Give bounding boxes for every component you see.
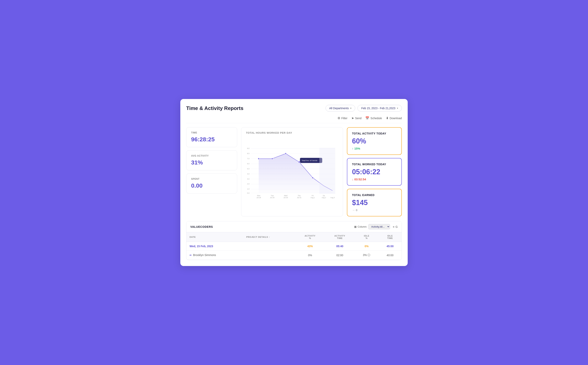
svg-text:9.0: 9.0 (247, 147, 249, 149)
svg-text:8.0: 8.0 (247, 153, 249, 154)
stat-card-time: TIME 96:28:25 (186, 127, 237, 147)
svg-text:Wed: Wed (284, 195, 287, 197)
svg-text:Sa: Sa (323, 195, 325, 197)
table-header-row: DATE PROJECT DETAILS ↑ ACTIVITY% ACTIVIT… (186, 232, 402, 242)
total-earned-card: TOTAL EARNED $145 → 0 (347, 189, 402, 216)
svg-text:Fri: Fri (312, 195, 314, 197)
activity-table: DATE PROJECT DETAILS ↑ ACTIVITY% ACTIVIT… (186, 232, 402, 260)
table-row-date: Wed, 15 Feb, 2023 43% 05:40 0% 45:00 (186, 242, 402, 251)
svg-text:Tue: Tue (271, 195, 274, 197)
header-controls: All Departments ▾ Feb 15, 2023 - Feb 21,… (326, 105, 402, 112)
sub-idle-pct: 3% ⓘ (355, 251, 379, 260)
chart-title: TOTAL HOURS WORKED PER DAY (246, 131, 338, 134)
total-worked-change: ↓ 03:52:54 (352, 178, 397, 181)
svg-text:Total hrs: 67:54:00: Total hrs: 67:54:00 (302, 159, 317, 161)
main-card: Time & Activity Reports All Departments … (180, 99, 408, 266)
stat-time-value: 96:28:25 (191, 136, 232, 143)
stat-spent-value: 0.00 (191, 182, 232, 189)
total-worked-title: TOTAL WORKED TODAY (352, 163, 397, 166)
activity-pct-cell: 43% (295, 242, 325, 251)
svg-text:6.0: 6.0 (247, 163, 249, 165)
group-button[interactable]: ≡ G (393, 225, 398, 228)
table-controls: ▦ Column: Activity,Idl... ≡ G (354, 224, 398, 229)
date-cell: Wed, 15 Feb, 2023 (186, 242, 243, 251)
col-date: DATE (186, 232, 243, 242)
filter-button[interactable]: ⚙ Filter (337, 116, 348, 120)
col-project: PROJECT DETAILS ↑ (243, 232, 295, 242)
stat-spent-label: SPENT (191, 178, 232, 180)
sub-project-cell (243, 251, 295, 260)
svg-text:Aug 3: Aug 3 (330, 197, 335, 199)
total-activity-value: 60% (352, 137, 397, 145)
table-row-sub: Brooklyn Simmons 0% 02:00 3% ⓘ 40:00 (186, 251, 402, 260)
schedule-button[interactable]: 📅 Schedule (365, 116, 382, 120)
project-cell (243, 242, 295, 251)
stat-card-spent: SPENT 0.00 (186, 174, 237, 193)
department-dropdown[interactable]: All Departments ▾ (326, 105, 355, 112)
col-activity-pct: ACTIVITY% (295, 232, 325, 242)
total-activity-title: TOTAL ACTIVITY TODAY (352, 132, 397, 135)
svg-point-23 (298, 161, 300, 163)
total-worked-value: 05:06:22 (352, 168, 397, 176)
idle-pct-cell: 0% (355, 242, 379, 251)
send-icon: ➤ (351, 116, 354, 120)
chevron-down-icon: ▾ (397, 107, 398, 110)
stat-avg-value: 31% (191, 159, 232, 166)
line-chart-svg: 9.0 8.0 7.0 6.0 5.0 4.0 3.0 2.0 1.0 0.0 (246, 137, 338, 204)
svg-point-22 (285, 153, 287, 154)
sub-activity-pct: 0% (295, 251, 325, 260)
idle-time-cell: 45:00 (378, 242, 402, 251)
toolbar: ⚙ Filter ➤ Send 📅 Schedule ⬇ Download (186, 116, 402, 123)
table-header-bar: VALUECODERS ▦ Column: Activity,Idl... ≡ … (186, 221, 402, 232)
download-icon: ⬇ (386, 116, 388, 120)
stat-card-avg-activity: AVG ACTIVITY 31% (186, 150, 237, 170)
total-earned-value: $145 (352, 199, 397, 207)
sub-name-cell: Brooklyn Simmons (186, 251, 243, 260)
chart-column: TOTAL HOURS WORKED PER DAY 9.0 8.0 7.0 6… (241, 127, 343, 216)
col-idle-pct: IDLE% (355, 232, 379, 242)
table-section: VALUECODERS ▦ Column: Activity,Idl... ≡ … (186, 221, 402, 260)
svg-text:Jul 28: Jul 28 (256, 197, 261, 199)
svg-text:Mon: Mon (257, 195, 260, 197)
column-dropdown[interactable]: Activity,Idl... (368, 224, 390, 229)
date-range-dropdown[interactable]: Feb 15, 2023 - Feb 21,2023 ▾ (357, 105, 402, 112)
svg-point-21 (272, 158, 273, 159)
total-activity-card: TOTAL ACTIVITY TODAY 60% ↑ 15% (347, 127, 402, 155)
send-button[interactable]: ➤ Send (351, 116, 362, 120)
svg-text:3.0: 3.0 (247, 178, 249, 180)
header: Time & Activity Reports All Departments … (186, 105, 402, 112)
right-column: TOTAL ACTIVITY TODAY 60% ↑ 15% TOTAL WOR… (347, 127, 402, 216)
column-selector: ▦ Column: Activity,Idl... (354, 224, 390, 229)
table-section-title: VALUECODERS (190, 225, 213, 228)
column-icon: ▦ (354, 225, 357, 228)
download-button[interactable]: ⬇ Download (386, 116, 402, 120)
total-activity-change: ↑ 15% (352, 147, 397, 150)
svg-text:0.0: 0.0 (247, 192, 249, 194)
svg-point-24 (312, 177, 313, 179)
sub-idle-time: 40:00 (378, 251, 402, 260)
content-grid: TIME 96:28:25 AVG ACTIVITY 31% SPENT 0.0… (186, 127, 402, 216)
col-idle-time: IDLETIME (378, 232, 402, 242)
svg-text:Thu: Thu (298, 195, 301, 197)
total-worked-card: TOTAL WORKED TODAY 05:06:22 ↓ 03:52:54 (347, 158, 402, 186)
svg-text:Jul 29: Jul 29 (270, 197, 274, 199)
svg-point-20 (258, 158, 259, 159)
svg-text:1.0: 1.0 (247, 188, 249, 190)
svg-text:7.0: 7.0 (247, 158, 249, 160)
sub-activity-time: 02:00 (325, 251, 355, 260)
activity-time-cell: 05:40 (325, 242, 355, 251)
stats-column: TIME 96:28:25 AVG ACTIVITY 31% SPENT 0.0… (186, 127, 237, 216)
svg-text:5.0: 5.0 (247, 168, 249, 170)
svg-text:Aug 2: Aug 2 (322, 197, 326, 199)
svg-text:Jul 30: Jul 30 (283, 197, 288, 199)
page-title: Time & Activity Reports (186, 105, 244, 111)
col-activity-time: ACTIVITYTIME (325, 232, 355, 242)
calendar-icon: 📅 (365, 116, 369, 120)
svg-text:2.0: 2.0 (247, 183, 249, 185)
total-earned-title: TOTAL EARNED (352, 193, 397, 197)
project-color-dot (189, 255, 191, 255)
total-earned-change: → 0 (352, 208, 397, 212)
stat-avg-label: AVG ACTIVITY (191, 154, 232, 157)
chevron-down-icon: ▾ (350, 107, 351, 110)
svg-text:4.0: 4.0 (247, 173, 249, 175)
